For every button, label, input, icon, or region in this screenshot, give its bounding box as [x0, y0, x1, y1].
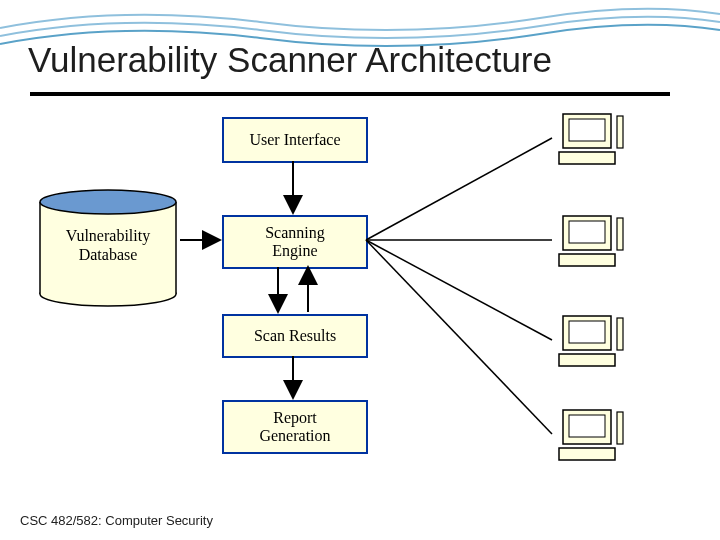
line-engine-to-computer-3	[366, 240, 552, 340]
scanning-label-line2: Engine	[265, 242, 325, 260]
slide-footer: CSC 482/582: Computer Security	[20, 513, 213, 528]
svg-rect-10	[569, 221, 605, 243]
node-vulnerability-database: Vulnerability Database	[38, 188, 178, 308]
computer-icon	[555, 212, 625, 270]
computer-icon	[555, 110, 625, 168]
line-engine-to-computer-1	[366, 138, 552, 240]
line-engine-to-computer-4	[366, 240, 552, 434]
svg-rect-14	[569, 321, 605, 343]
report-label-line1: Report	[259, 409, 330, 427]
node-user-interface-label: User Interface	[249, 131, 340, 149]
db-label-line2: Database	[38, 245, 178, 264]
svg-rect-7	[559, 152, 615, 164]
slide-title: Vulnerability Scanner Architecture	[28, 40, 552, 80]
scanning-label-line1: Scanning	[265, 224, 325, 242]
svg-rect-12	[617, 218, 623, 250]
svg-rect-11	[559, 254, 615, 266]
computer-icon	[555, 406, 625, 464]
target-computer-1	[555, 110, 625, 168]
db-label-line1: Vulnerability	[38, 226, 178, 245]
svg-rect-18	[569, 415, 605, 437]
node-user-interface: User Interface	[222, 117, 368, 163]
svg-rect-16	[617, 318, 623, 350]
report-label-line2: Generation	[259, 427, 330, 445]
node-report-generation: Report Generation	[222, 400, 368, 454]
scan-results-label: Scan Results	[254, 327, 336, 345]
title-underline	[30, 92, 670, 96]
svg-rect-20	[617, 412, 623, 444]
svg-point-4	[40, 190, 176, 214]
target-computer-4	[555, 406, 625, 464]
node-scan-results: Scan Results	[222, 314, 368, 358]
node-scanning-engine: Scanning Engine	[222, 215, 368, 269]
svg-rect-6	[569, 119, 605, 141]
computer-icon	[555, 312, 625, 370]
svg-rect-15	[559, 354, 615, 366]
target-computer-2	[555, 212, 625, 270]
svg-rect-19	[559, 448, 615, 460]
svg-rect-8	[617, 116, 623, 148]
target-computer-3	[555, 312, 625, 370]
